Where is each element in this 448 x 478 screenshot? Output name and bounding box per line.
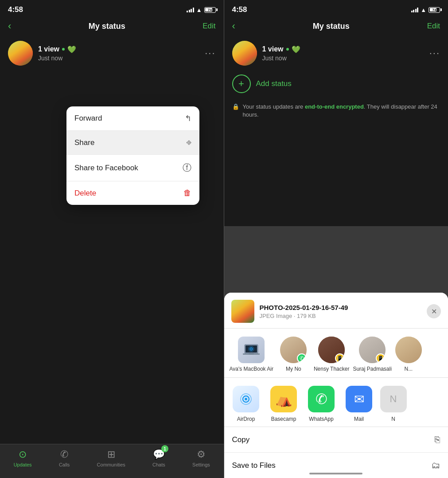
right-views-count: 1 view [262,45,284,53]
contact-myno[interactable]: ✆ My No [277,337,310,373]
forward-label: Forward [74,114,102,123]
right-status-bar: 4:58 ▲ 74 [224,0,448,18]
left-status-item[interactable]: 1 view 💚 Just now ··· [0,36,224,70]
left-views-count: 1 view [38,45,59,53]
svg-rect-3 [249,353,254,354]
left-avatar-image [8,41,33,66]
contact-nensy[interactable]: 📳 Nensy Thacker [314,337,349,373]
battery-icon: 74 [204,7,216,13]
signal-bars-icon [187,7,194,12]
contact-macbook[interactable]: Ava's MacBook Air [230,337,273,373]
right-signal-bar-2 [413,10,414,12]
mail-app-icon: ✉ [346,386,372,412]
right-nav-header: ‹ My status Edit [224,18,448,36]
right-add-status-button[interactable]: + [232,74,251,93]
partial-name: N... [404,366,413,373]
suraj-avatar: 📳 [359,337,386,363]
left-more-options[interactable]: ··· [205,47,215,59]
left-heart-icon: 💚 [67,45,76,54]
share-label: Share [74,138,94,147]
share-file-thumbnail [231,300,254,323]
myno-badge: ✆ [297,353,307,363]
right-encryption-note: 🔒 Your status updates are end-to-end enc… [224,98,448,124]
app-airdrop[interactable]: AirDrop [230,386,263,422]
partial-icon-glyph: N [390,393,397,405]
calls-label: Calls [59,462,70,467]
right-status-info: 1 view 💚 Just now [262,45,424,62]
right-more-options[interactable]: ··· [429,47,440,59]
macbook-icon [243,344,260,356]
share-sheet-header: PHOTO-2025-01-29-16-57-49 JPEG Image · 1… [224,293,448,329]
right-status-item[interactable]: 1 view 💚 Just now ··· [224,36,448,70]
left-nav-header: ‹ My status Edit [0,18,224,36]
right-status-time: Just now [262,55,424,62]
app-partial[interactable]: N N [380,386,407,422]
contact-partial[interactable]: N... [395,337,422,373]
nensy-avatar: 📳 [318,337,345,363]
right-status-avatar [232,41,257,66]
settings-label: Settings [192,462,210,467]
right-signal-bar-1 [411,11,413,12]
share-icon: ⎆ [187,138,191,147]
nav-item-chats[interactable]: 💬 1 Chats [152,449,165,467]
right-lock-icon: 🔒 [232,103,239,110]
updates-icon: ⊙ [19,449,27,460]
right-edit-button[interactable]: Edit [427,22,440,31]
partial-app-icon: N [380,386,407,412]
right-add-status-label[interactable]: Add status [256,79,292,88]
nav-item-calls[interactable]: ✆ Calls [59,449,70,467]
context-menu-forward[interactable]: Forward ↰ [66,106,199,131]
share-file-meta: JPEG Image · 179 KB [260,313,422,319]
battery-text: 74 [208,8,212,12]
context-menu-delete[interactable]: Delete 🗑 [66,181,199,205]
right-home-indicator [309,473,362,474]
right-encryption-text: Your status updates are end-to-end encry… [243,103,440,119]
svg-point-9 [245,398,247,400]
context-menu-share-facebook[interactable]: Share to Facebook ⓕ [66,155,199,181]
nav-item-updates[interactable]: ⊙ Updates [14,449,32,467]
signal-bar-1 [187,11,188,12]
right-battery-icon: 74 [429,7,440,13]
app-whatsapp[interactable]: ✆ WhatsApp [305,386,338,422]
basecamp-app-icon: ⛺ [270,386,297,412]
airdrop-app-label: AirDrop [237,416,255,422]
svg-point-6 [251,349,252,349]
right-add-status-row[interactable]: + Add status [224,70,448,98]
left-status-info: 1 view 💚 Just now [38,45,199,62]
right-back-button[interactable]: ‹ [232,20,235,32]
context-menu: Forward ↰ Share ⎆ Share to Facebook ⓕ De… [66,106,199,205]
myno-name: My No [286,366,301,373]
nav-item-settings[interactable]: ⚙ Settings [192,449,210,467]
share-action-copy[interactable]: Copy ⎘ [224,427,448,453]
left-dimmed-overlay [0,0,224,478]
left-status-time: Just now [38,55,199,62]
settings-icon: ⚙ [197,449,206,460]
share-close-button[interactable]: ✕ [427,304,441,318]
left-status-bar: 4:58 ▲ 74 [0,0,224,18]
right-wifi-icon: ▲ [421,7,426,13]
updates-label: Updates [14,462,32,467]
copy-icon: ⎘ [435,435,440,445]
left-page-title: My status [89,22,125,31]
partial-avatar [395,337,422,363]
right-status-dot [286,48,289,51]
nensy-badge-icon: 📳 [337,356,343,361]
left-back-button[interactable]: ‹ [8,20,11,32]
context-menu-share[interactable]: Share ⎆ [66,131,199,155]
right-page-title: My status [313,22,350,31]
signal-bar-3 [191,9,192,12]
suraj-badge: 📳 [376,353,386,363]
app-basecamp[interactable]: ⛺ Basecamp [267,386,300,422]
app-mail[interactable]: ✉ Mail [343,386,376,422]
right-signal-bar-3 [415,9,417,12]
left-status-icons: ▲ 74 [187,7,215,13]
save-files-icon: 🗂 [431,460,440,470]
right-status-views: 1 view 💚 [262,45,424,54]
partial-app-label: N [391,416,395,422]
basecamp-icon-glyph: ⛺ [276,392,292,407]
left-edit-button[interactable]: Edit [203,22,215,31]
nensy-name: Nensy Thacker [314,366,349,373]
trash-icon: 🗑 [183,188,191,198]
contact-suraj[interactable]: 📳 Suraj Padmasali [353,337,391,373]
nav-item-communities[interactable]: ⊞ Communities [97,449,125,467]
